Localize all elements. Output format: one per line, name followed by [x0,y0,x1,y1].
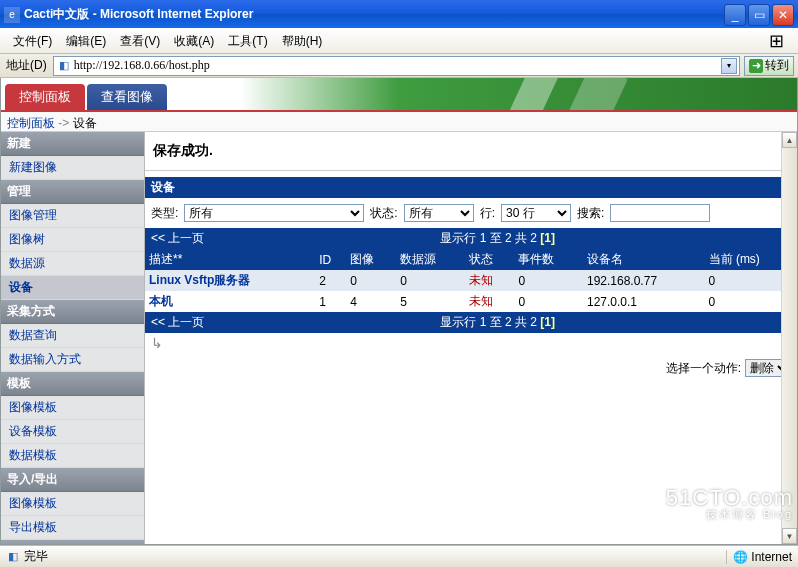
search-label: 搜索: [577,205,604,222]
ie-logo-icon: ⊞ [756,30,796,52]
table-cell: 0 [346,270,396,291]
minimize-button[interactable]: _ [724,4,746,26]
pager-summary: 显示行 1 至 2 共 2 [1] [204,230,791,247]
footer-arrow-icon: ↳ [145,333,797,353]
menu-tools[interactable]: 工具(T) [221,30,274,53]
menu-file[interactable]: 文件(F) [6,30,59,53]
vertical-scrollbar[interactable]: ▲ ▼ [781,132,797,544]
table-cell: 5 [396,291,465,312]
device-table: 描述**ID图像数据源状态事件数设备名当前 (ms) Linux Vsftp服务… [145,249,797,312]
table-cell: Linux Vsftp服务器 [145,270,315,291]
address-dropdown-icon[interactable]: ▾ [721,58,737,74]
app-icon: e [4,7,20,23]
sidebar-item[interactable]: 数据源 [1,252,144,276]
sidebar-item[interactable]: 数据查询 [1,324,144,348]
tab-graphs[interactable]: 查看图像 [87,84,167,110]
column-header[interactable]: 描述** [145,249,315,270]
browser-viewport: 控制面板 查看图像 控制面板 -> 设备 新建新建图像管理图像管理图像树数据源设… [0,78,798,545]
pager-prev[interactable]: << 上一页 [151,230,204,247]
sidebar-item[interactable]: 图像管理 [1,204,144,228]
table-row[interactable]: Linux Vsftp服务器200未知0192.168.0.770 [145,270,797,291]
zone-label: Internet [751,550,792,564]
column-header[interactable]: 状态 [465,249,515,270]
cacti-tab-row: 控制面板 查看图像 [1,78,797,112]
window-buttons: _ ▭ ✕ [724,4,794,26]
table-cell: 192.168.0.77 [583,270,705,291]
window-titlebar: e Cacti中文版 - Microsoft Internet Explorer… [0,0,798,28]
menu-help[interactable]: 帮助(H) [275,30,330,53]
type-select[interactable]: 所有 [184,204,364,222]
column-header[interactable]: 设备名 [583,249,705,270]
status-select[interactable]: 所有 [404,204,474,222]
scroll-up-icon[interactable]: ▲ [782,132,797,148]
sidebar-item[interactable]: 设备模板 [1,420,144,444]
address-url: http://192.168.0.66/host.php [74,58,719,73]
status-bar: ◧ 完毕 🌐 Internet [0,545,798,567]
menu-edit[interactable]: 编辑(E) [59,30,113,53]
sidebar-header: 采集方式 [1,300,144,324]
menu-favorites[interactable]: 收藏(A) [167,30,221,53]
table-cell: 1 [315,291,346,312]
column-header[interactable]: 事件数 [514,249,583,270]
sidebar-item[interactable]: 导出模板 [1,516,144,540]
breadcrumb-sep: -> [58,116,69,130]
table-cell: 127.0.0.1 [583,291,705,312]
sidebar-header: 导入/导出 [1,468,144,492]
rows-select[interactable]: 30 行 [501,204,571,222]
table-cell: 0 [396,270,465,291]
sidebar: 新建新建图像管理图像管理图像树数据源设备采集方式数据查询数据输入方式模板图像模板… [1,132,145,544]
go-button[interactable]: ➜ 转到 [744,56,794,76]
window-title: Cacti中文版 - Microsoft Internet Explorer [24,6,724,23]
maximize-button[interactable]: ▭ [748,4,770,26]
table-cell: 未知 [465,270,515,291]
rows-label: 行: [480,205,495,222]
table-cell: 4 [346,291,396,312]
action-row: 选择一个动作: 删除 [145,353,797,383]
menu-view[interactable]: 查看(V) [113,30,167,53]
table-cell: 2 [315,270,346,291]
breadcrumb: 控制面板 -> 设备 [1,112,797,132]
pager-prev-bottom[interactable]: << 上一页 [151,314,204,331]
sidebar-item[interactable]: 数据模板 [1,444,144,468]
menu-bar: 文件(F) 编辑(E) 查看(V) 收藏(A) 工具(T) 帮助(H) ⊞ [0,28,798,54]
sidebar-item[interactable]: 新建图像 [1,156,144,180]
table-cell: 未知 [465,291,515,312]
pager-summary-bottom: 显示行 1 至 2 共 2 [1] [204,314,791,331]
go-arrow-icon: ➜ [749,59,763,73]
status-page-icon: ◧ [6,550,20,564]
save-message: 保存成功. [145,132,797,171]
main-layout: 新建新建图像管理图像管理图像树数据源设备采集方式数据查询数据输入方式模板图像模板… [1,132,797,544]
action-label: 选择一个动作: [666,360,741,377]
filter-bar: 类型: 所有 状态: 所有 行: 30 行 搜索: [145,202,797,228]
pager-top: << 上一页 显示行 1 至 2 共 2 [1] [145,228,797,249]
sidebar-item[interactable]: 图像模板 [1,396,144,420]
main-content: 保存成功. 设备 类型: 所有 状态: 所有 行: 30 行 搜索: << 上一… [145,132,797,544]
status-zone: 🌐 Internet [726,550,792,564]
status-text: 完毕 [24,548,48,565]
sidebar-header: 配置 [1,540,144,544]
sidebar-item[interactable]: 数据输入方式 [1,348,144,372]
page-icon: ◧ [56,58,72,74]
table-row[interactable]: 本机145未知0127.0.0.10 [145,291,797,312]
column-header[interactable]: ID [315,249,346,270]
address-field[interactable]: ◧ http://192.168.0.66/host.php ▾ [53,56,740,76]
sidebar-header: 模板 [1,372,144,396]
sidebar-item[interactable]: 图像模板 [1,492,144,516]
breadcrumb-current: 设备 [73,116,97,130]
breadcrumb-console[interactable]: 控制面板 [7,116,55,130]
search-input[interactable] [610,204,710,222]
sidebar-item[interactable]: 图像树 [1,228,144,252]
header-graphic [497,78,717,110]
scroll-down-icon[interactable]: ▼ [782,528,797,544]
address-label: 地址(D) [4,57,49,74]
section-head: 设备 [145,177,797,198]
table-cell: 本机 [145,291,315,312]
table-cell: 0 [514,291,583,312]
column-header[interactable]: 数据源 [396,249,465,270]
sidebar-item[interactable]: 设备 [1,276,144,300]
close-button[interactable]: ✕ [772,4,794,26]
tab-console[interactable]: 控制面板 [5,84,85,110]
column-header[interactable]: 图像 [346,249,396,270]
type-label: 类型: [151,205,178,222]
go-label: 转到 [765,57,789,74]
